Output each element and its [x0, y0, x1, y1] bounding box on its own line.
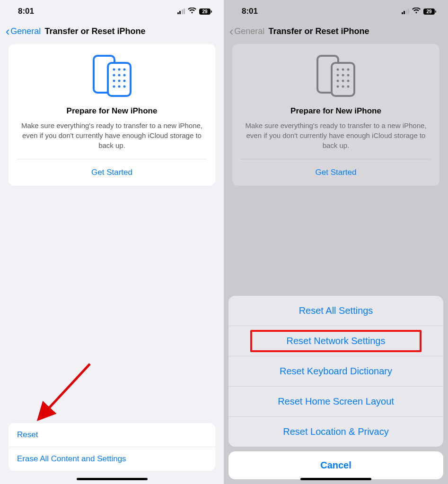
svg-point-28: [347, 86, 350, 88]
sheet-item-reset-location[interactable]: Reset Location & Privacy: [228, 416, 443, 447]
svg-point-24: [342, 80, 344, 82]
transfer-phones-icon: [92, 54, 132, 100]
svg-point-17: [337, 69, 339, 71]
svg-point-8: [113, 80, 115, 82]
svg-point-10: [123, 80, 125, 82]
prepare-card: Prepare for New iPhone Make sure everyth…: [9, 44, 215, 186]
svg-point-6: [118, 74, 120, 77]
svg-point-18: [342, 69, 344, 71]
screenshot-right: 8:01 29 ‹ General Transfer or Reset iPho…: [224, 0, 448, 484]
sheet-item-reset-home[interactable]: Reset Home Screen Layout: [228, 386, 443, 416]
cellular-signal-icon: [177, 9, 185, 14]
status-bar: 8:01 29: [224, 0, 448, 22]
chevron-left-icon: ‹: [229, 26, 233, 37]
svg-point-23: [337, 80, 339, 82]
svg-point-13: [123, 86, 125, 88]
prepare-desc: Make sure everything's ready to transfer…: [241, 121, 431, 150]
nav-bar: ‹ General Transfer or Reset iPhone: [224, 22, 448, 44]
status-time: 8:01: [18, 7, 34, 16]
annotation-arrow-icon: [33, 359, 99, 425]
cancel-button[interactable]: Cancel: [228, 451, 443, 479]
svg-point-22: [347, 74, 350, 77]
prepare-title: Prepare for New iPhone: [241, 106, 431, 116]
screenshot-left: 8:01 29 ‹ General Transfer or Reset iPho…: [0, 0, 224, 484]
sheet-item-reset-all[interactable]: Reset All Settings: [228, 296, 443, 326]
status-time: 8:01: [242, 7, 258, 16]
sheet-item-label: Reset Network Settings: [287, 336, 386, 346]
prepare-desc: Make sure everything's ready to transfer…: [17, 121, 207, 150]
back-button[interactable]: ‹ General: [6, 26, 41, 37]
prepare-card: Prepare for New iPhone Make sure everyth…: [232, 44, 439, 186]
svg-point-9: [118, 80, 120, 82]
sheet-item-reset-network[interactable]: Reset Network Settings: [228, 326, 443, 356]
back-label: General: [10, 26, 41, 36]
bottom-options: Reset Erase All Content and Settings: [9, 423, 215, 471]
svg-point-19: [347, 69, 350, 71]
back-button: ‹ General: [229, 26, 264, 37]
svg-point-7: [123, 74, 125, 77]
svg-rect-1: [108, 63, 131, 96]
erase-all-button[interactable]: Erase All Content and Settings: [9, 447, 215, 471]
wifi-icon: [188, 7, 196, 16]
status-right: 29: [177, 7, 211, 16]
back-label: General: [234, 26, 264, 36]
svg-point-3: [118, 69, 120, 71]
svg-point-20: [337, 74, 339, 77]
svg-point-2: [113, 69, 115, 71]
status-right: 29: [402, 7, 435, 16]
home-indicator[interactable]: [77, 478, 148, 480]
cellular-signal-icon: [402, 9, 410, 14]
status-bar: 8:01 29: [0, 0, 224, 22]
svg-point-5: [113, 74, 115, 77]
svg-point-26: [337, 86, 339, 88]
reset-action-sheet: Reset All Settings Reset Network Setting…: [228, 296, 443, 479]
get-started-button[interactable]: Get Started: [9, 159, 215, 186]
get-started-button: Get Started: [232, 159, 439, 186]
nav-bar: ‹ General Transfer or Reset iPhone: [0, 22, 224, 44]
page-title: Transfer or Reset iPhone: [268, 26, 369, 36]
svg-point-12: [118, 86, 120, 88]
svg-point-21: [342, 74, 344, 77]
svg-rect-16: [332, 63, 354, 96]
battery-icon: 29: [199, 9, 211, 15]
battery-icon: 29: [423, 9, 435, 15]
sheet-item-reset-keyboard[interactable]: Reset Keyboard Dictionary: [228, 356, 443, 386]
svg-point-27: [342, 86, 344, 88]
page-title: Transfer or Reset iPhone: [44, 26, 145, 36]
sheet-cancel-group: Cancel: [228, 451, 443, 479]
svg-point-25: [347, 80, 350, 82]
wifi-icon: [412, 7, 421, 16]
reset-button[interactable]: Reset: [9, 423, 215, 447]
svg-line-14: [42, 364, 90, 416]
home-indicator[interactable]: [300, 478, 371, 480]
svg-point-11: [113, 86, 115, 88]
svg-point-4: [123, 69, 125, 71]
sheet-options: Reset All Settings Reset Network Setting…: [228, 296, 443, 447]
chevron-left-icon: ‹: [6, 26, 9, 37]
transfer-phones-icon: [316, 54, 356, 100]
prepare-title: Prepare for New iPhone: [17, 106, 207, 116]
